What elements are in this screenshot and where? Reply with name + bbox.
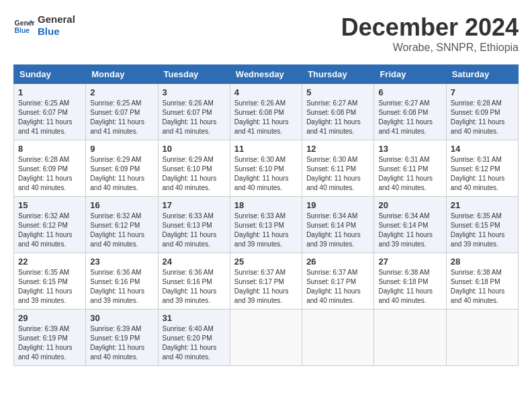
day-info: Sunrise: 6:33 AMSunset: 6:13 PMDaylight:… — [234, 212, 298, 249]
day-number: 10 — [163, 144, 226, 154]
calendar-cell: 6Sunrise: 6:27 AMSunset: 6:08 PMDaylight… — [374, 84, 446, 140]
day-info: Sunrise: 6:29 AMSunset: 6:09 PMDaylight:… — [90, 155, 153, 193]
calendar-cell — [374, 310, 446, 366]
calendar-cell: 17Sunrise: 6:33 AMSunset: 6:13 PMDayligh… — [158, 197, 230, 253]
day-info: Sunrise: 6:40 AMSunset: 6:20 PMDaylight:… — [163, 324, 226, 362]
calendar-cell: 21Sunrise: 6:35 AMSunset: 6:15 PMDayligh… — [446, 197, 518, 253]
calendar-week-row: 1Sunrise: 6:25 AMSunset: 6:07 PMDaylight… — [14, 84, 519, 140]
calendar-week-row: 22Sunrise: 6:35 AMSunset: 6:15 PMDayligh… — [14, 253, 519, 310]
day-number: 21 — [451, 200, 514, 210]
calendar-cell — [302, 310, 374, 366]
calendar-week-row: 29Sunrise: 6:39 AMSunset: 6:19 PMDayligh… — [14, 310, 519, 366]
day-info: Sunrise: 6:32 AMSunset: 6:12 PMDaylight:… — [18, 212, 81, 249]
day-number: 15 — [18, 200, 81, 210]
day-info: Sunrise: 6:31 AMSunset: 6:11 PMDaylight:… — [378, 155, 441, 193]
day-number: 13 — [378, 144, 441, 154]
weekday-header-monday: Monday — [86, 65, 158, 84]
calendar-week-row: 8Sunrise: 6:28 AMSunset: 6:09 PMDaylight… — [14, 140, 519, 197]
weekday-header-tuesday: Tuesday — [158, 65, 230, 84]
day-number: 4 — [234, 87, 298, 97]
day-number: 8 — [18, 144, 81, 154]
weekday-header-saturday: Saturday — [446, 65, 518, 84]
calendar-cell: 14Sunrise: 6:31 AMSunset: 6:12 PMDayligh… — [446, 140, 518, 197]
svg-text:General: General — [15, 19, 35, 27]
day-number: 17 — [163, 200, 226, 210]
logo-blue: Blue — [38, 26, 75, 38]
day-number: 6 — [378, 87, 441, 97]
day-number: 1 — [18, 87, 81, 97]
day-info: Sunrise: 6:25 AMSunset: 6:07 PMDaylight:… — [18, 99, 81, 136]
day-number: 18 — [234, 200, 298, 210]
day-number: 19 — [306, 200, 369, 210]
day-number: 27 — [378, 257, 441, 267]
weekday-header-thursday: Thursday — [302, 65, 374, 84]
calendar-week-row: 15Sunrise: 6:32 AMSunset: 6:12 PMDayligh… — [14, 197, 519, 253]
day-info: Sunrise: 6:38 AMSunset: 6:18 PMDaylight:… — [378, 268, 441, 306]
day-number: 22 — [18, 257, 81, 267]
day-info: Sunrise: 6:36 AMSunset: 6:16 PMDaylight:… — [90, 268, 153, 306]
day-number: 7 — [451, 87, 514, 97]
day-number: 24 — [163, 257, 226, 267]
calendar-cell: 29Sunrise: 6:39 AMSunset: 6:19 PMDayligh… — [14, 310, 86, 366]
title-area: December 2024 Worabe, SNNPR, Ethiopia — [341, 13, 519, 54]
day-info: Sunrise: 6:27 AMSunset: 6:08 PMDaylight:… — [378, 99, 441, 136]
day-number: 30 — [90, 313, 153, 323]
day-number: 26 — [306, 257, 369, 267]
day-number: 11 — [234, 144, 298, 154]
calendar-cell: 4Sunrise: 6:26 AMSunset: 6:08 PMDaylight… — [230, 84, 302, 140]
day-number: 14 — [451, 144, 514, 154]
day-info: Sunrise: 6:26 AMSunset: 6:07 PMDaylight:… — [163, 99, 226, 136]
day-info: Sunrise: 6:36 AMSunset: 6:16 PMDaylight:… — [163, 268, 226, 306]
calendar-cell: 23Sunrise: 6:36 AMSunset: 6:16 PMDayligh… — [86, 253, 158, 310]
calendar-cell: 20Sunrise: 6:34 AMSunset: 6:14 PMDayligh… — [374, 197, 446, 253]
weekday-header-row: SundayMondayTuesdayWednesdayThursdayFrid… — [14, 65, 519, 84]
calendar-cell — [230, 310, 302, 366]
calendar-cell: 25Sunrise: 6:37 AMSunset: 6:17 PMDayligh… — [230, 253, 302, 310]
day-info: Sunrise: 6:31 AMSunset: 6:12 PMDaylight:… — [451, 155, 514, 193]
calendar-cell: 7Sunrise: 6:28 AMSunset: 6:09 PMDaylight… — [446, 84, 518, 140]
day-info: Sunrise: 6:30 AMSunset: 6:11 PMDaylight:… — [306, 155, 369, 193]
day-info: Sunrise: 6:39 AMSunset: 6:19 PMDaylight:… — [90, 324, 153, 362]
calendar-cell: 15Sunrise: 6:32 AMSunset: 6:12 PMDayligh… — [14, 197, 86, 253]
calendar-table: SundayMondayTuesdayWednesdayThursdayFrid… — [13, 64, 519, 366]
location: Worabe, SNNPR, Ethiopia — [341, 42, 519, 54]
day-number: 2 — [90, 87, 153, 97]
weekday-header-sunday: Sunday — [14, 65, 86, 84]
day-info: Sunrise: 6:34 AMSunset: 6:14 PMDaylight:… — [378, 212, 441, 249]
logo-icon: General Blue — [13, 15, 35, 36]
calendar-cell: 28Sunrise: 6:38 AMSunset: 6:18 PMDayligh… — [446, 253, 518, 310]
calendar-cell: 13Sunrise: 6:31 AMSunset: 6:11 PMDayligh… — [374, 140, 446, 197]
calendar-cell: 22Sunrise: 6:35 AMSunset: 6:15 PMDayligh… — [14, 253, 86, 310]
day-info: Sunrise: 6:35 AMSunset: 6:15 PMDaylight:… — [18, 268, 81, 306]
calendar-cell: 10Sunrise: 6:29 AMSunset: 6:10 PMDayligh… — [158, 140, 230, 197]
day-number: 16 — [90, 200, 153, 210]
calendar-cell: 31Sunrise: 6:40 AMSunset: 6:20 PMDayligh… — [158, 310, 230, 366]
calendar-cell: 8Sunrise: 6:28 AMSunset: 6:09 PMDaylight… — [14, 140, 86, 197]
day-info: Sunrise: 6:25 AMSunset: 6:07 PMDaylight:… — [90, 99, 153, 136]
calendar-cell: 3Sunrise: 6:26 AMSunset: 6:07 PMDaylight… — [158, 84, 230, 140]
day-info: Sunrise: 6:35 AMSunset: 6:15 PMDaylight:… — [451, 212, 514, 249]
calendar-cell: 18Sunrise: 6:33 AMSunset: 6:13 PMDayligh… — [230, 197, 302, 253]
day-info: Sunrise: 6:30 AMSunset: 6:10 PMDaylight:… — [234, 155, 298, 193]
calendar-cell: 1Sunrise: 6:25 AMSunset: 6:07 PMDaylight… — [14, 84, 86, 140]
day-info: Sunrise: 6:26 AMSunset: 6:08 PMDaylight:… — [234, 99, 298, 136]
weekday-header-wednesday: Wednesday — [230, 65, 302, 84]
logo: General Blue General Blue — [13, 13, 75, 38]
day-info: Sunrise: 6:33 AMSunset: 6:13 PMDaylight:… — [163, 212, 226, 249]
day-number: 20 — [378, 200, 441, 210]
calendar-cell: 26Sunrise: 6:37 AMSunset: 6:17 PMDayligh… — [302, 253, 374, 310]
calendar-cell: 9Sunrise: 6:29 AMSunset: 6:09 PMDaylight… — [86, 140, 158, 197]
calendar-cell: 12Sunrise: 6:30 AMSunset: 6:11 PMDayligh… — [302, 140, 374, 197]
weekday-header-friday: Friday — [374, 65, 446, 84]
day-info: Sunrise: 6:38 AMSunset: 6:18 PMDaylight:… — [451, 268, 514, 306]
calendar-cell — [446, 310, 518, 366]
calendar-cell: 16Sunrise: 6:32 AMSunset: 6:12 PMDayligh… — [86, 197, 158, 253]
month-year: December 2024 — [341, 13, 519, 42]
calendar-cell: 5Sunrise: 6:27 AMSunset: 6:08 PMDaylight… — [302, 84, 374, 140]
calendar-cell: 27Sunrise: 6:38 AMSunset: 6:18 PMDayligh… — [374, 253, 446, 310]
calendar-cell: 11Sunrise: 6:30 AMSunset: 6:10 PMDayligh… — [230, 140, 302, 197]
day-number: 23 — [90, 257, 153, 267]
calendar-cell: 24Sunrise: 6:36 AMSunset: 6:16 PMDayligh… — [158, 253, 230, 310]
day-number: 3 — [163, 87, 226, 97]
day-number: 28 — [451, 257, 514, 267]
